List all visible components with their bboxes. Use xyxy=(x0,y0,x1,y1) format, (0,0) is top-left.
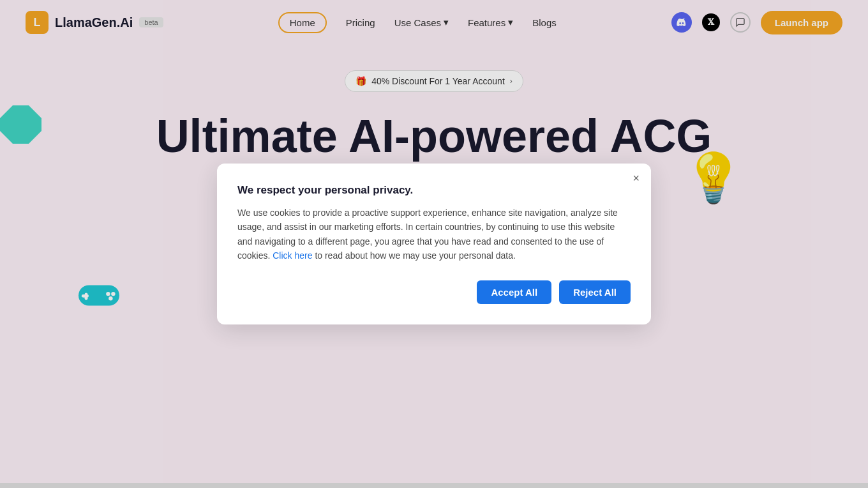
cookie-modal: × We respect your personal privacy. We u… xyxy=(217,164,651,325)
cookie-overlay: × We respect your personal privacy. We u… xyxy=(0,0,868,488)
cookie-close-button[interactable]: × xyxy=(632,172,640,184)
reject-all-button[interactable]: Reject All xyxy=(559,280,631,304)
cookie-link-suffix: to read about how we may use your person… xyxy=(315,250,515,261)
cookie-link[interactable]: Click here xyxy=(273,250,312,261)
cookie-actions: Accept All Reject All xyxy=(237,280,631,304)
cookie-body: We use cookies to provide a proactive su… xyxy=(237,206,631,263)
accept-all-button[interactable]: Accept All xyxy=(477,280,551,304)
cookie-title: We respect your personal privacy. xyxy=(237,184,631,197)
